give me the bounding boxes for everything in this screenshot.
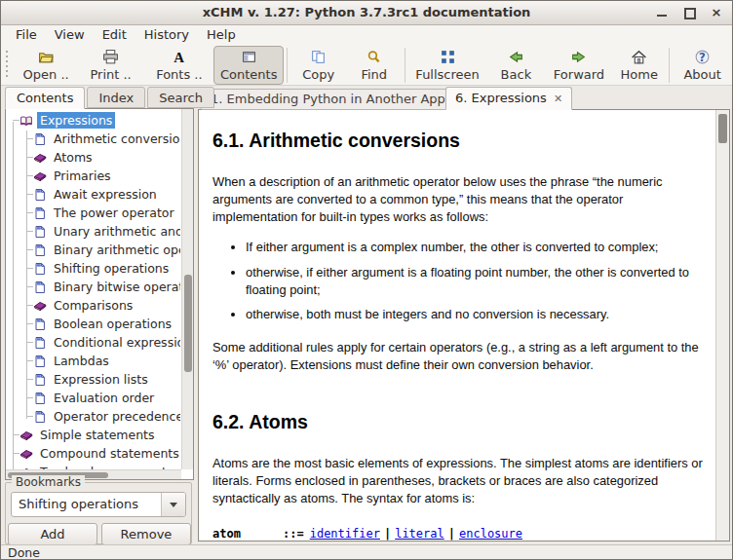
status-text: Done	[8, 545, 40, 560]
tree-item-label: Arithmetic conversions	[51, 131, 180, 147]
about-button-label: About	[683, 67, 720, 82]
tree-item-binary-arithmetic[interactable]: Binary arithmetic operation	[6, 241, 180, 259]
copy-button-label: Copy	[302, 67, 334, 82]
page-icon	[33, 132, 47, 146]
open-book-icon	[19, 114, 33, 128]
paragraph: When a description of an arithmetic oper…	[212, 173, 708, 226]
fonts-icon	[171, 49, 187, 65]
contents-toggle-button[interactable]: Contents	[213, 46, 284, 85]
fonts-button[interactable]: Fonts ..	[145, 46, 213, 85]
tree-item-simple-statements[interactable]: Simple statements	[6, 426, 180, 444]
title-bar[interactable]: xCHM v. 1.27: Python 3.7.3rc1 documentat…	[1, 1, 732, 25]
content-vertical-scrollbar[interactable]	[715, 110, 729, 541]
toolbar: Open .. Print .. Fonts .. Contents Copy …	[1, 45, 732, 86]
toolbar-grip[interactable]	[5, 51, 10, 80]
document-tab-expressions[interactable]: 6. Expressions✕	[445, 87, 572, 110]
tree-item-label: Expression lists	[51, 371, 151, 388]
bookmarks-dropdown[interactable]: Shifting operations	[11, 492, 186, 517]
tree-item-power-operator[interactable]: The power operator	[6, 204, 180, 222]
tab-close-icon[interactable]: ✕	[554, 93, 562, 105]
close-icon[interactable]: ×	[711, 7, 722, 19]
tree-item-evaluation-order[interactable]: Evaluation order	[6, 389, 180, 407]
page-icon	[33, 317, 47, 331]
tree-item-label: Expressions	[37, 112, 115, 129]
tree-item-expressions[interactable]: Expressions	[6, 111, 180, 130]
home-icon	[631, 49, 647, 65]
tree-item-label: Comparisons	[51, 297, 135, 314]
menu-help[interactable]: Help	[198, 25, 245, 45]
home-button-label: Home	[621, 67, 658, 82]
tree-item-primaries[interactable]: Primaries	[6, 167, 180, 185]
tree-item-operator-precedence[interactable]: Operator precedence	[6, 407, 180, 426]
tree-item-label: Conditional expressions	[51, 334, 180, 351]
link-identifier[interactable]: identifier	[310, 527, 380, 541]
bookmarks-dropdown-button[interactable]	[161, 493, 185, 516]
copy-button[interactable]: Copy	[290, 46, 346, 85]
minimize-icon[interactable]	[656, 7, 668, 19]
tree-item-label: Shifting operations	[51, 260, 172, 277]
forward-button[interactable]: Forward	[546, 46, 612, 85]
find-button-label: Find	[361, 67, 387, 82]
copy-icon	[310, 49, 327, 65]
status-bar: Done	[1, 544, 732, 560]
about-icon	[694, 49, 711, 65]
grammar-op: ::=	[283, 527, 304, 541]
grammar-line: atom::=identifier|literal|enclosure	[212, 525, 708, 541]
bullet-item: otherwise, if either argument is a float…	[246, 264, 708, 299]
remove-bookmark-button[interactable]: Remove	[101, 523, 191, 545]
tree-item-conditional-expressions[interactable]: Conditional expressions	[6, 333, 180, 352]
home-button[interactable]: Home	[612, 46, 666, 85]
tree-item-shifting-operations[interactable]: Shifting operations	[6, 259, 180, 278]
tree-item-label: The power operator	[51, 205, 177, 221]
tree-item-label: Lambdas	[51, 353, 112, 369]
tree-item-unary-arithmetic[interactable]: Unary arithmetic and bitwis	[6, 222, 180, 241]
paragraph: Atoms are the most basic elements of exp…	[212, 455, 708, 507]
tree-rows: Expressions Arithmetic conversions Atoms…	[6, 111, 180, 469]
back-button-label: Back	[501, 67, 532, 82]
tree-item-top-level-components[interactable]: Top-level components	[6, 463, 180, 469]
page-icon	[33, 262, 47, 276]
tree-item-label: Boolean operations	[51, 316, 174, 332]
bullet-item: If either argument is a complex number, …	[246, 239, 708, 256]
open-button[interactable]: Open ..	[16, 46, 77, 85]
menu-bar: File View Edit History Help	[1, 25, 732, 45]
menu-view[interactable]: View	[46, 25, 94, 45]
tree-item-binary-bitwise[interactable]: Binary bitwise operations	[6, 278, 180, 296]
tree-item-boolean-operations[interactable]: Boolean operations	[6, 315, 180, 333]
tab-contents[interactable]: Contents	[5, 87, 85, 109]
tree-item-lambdas[interactable]: Lambdas	[6, 352, 180, 370]
back-button[interactable]: Back	[486, 46, 546, 85]
fonts-button-label: Fonts ..	[156, 67, 202, 82]
tree-vertical-scrollbar[interactable]	[181, 109, 193, 469]
tab-search[interactable]: Search	[147, 87, 214, 108]
tree-item-atoms[interactable]: Atoms	[6, 148, 180, 167]
tree-item-label: Compound statements	[37, 445, 180, 462]
tree-item-compound-statements[interactable]: Compound statements	[6, 444, 180, 463]
open-folder-icon	[38, 49, 55, 65]
menu-edit[interactable]: Edit	[94, 25, 135, 45]
print-button[interactable]: Print ..	[76, 46, 144, 85]
menu-history[interactable]: History	[135, 25, 198, 45]
page-icon	[33, 206, 47, 220]
bullet-list: If either argument is a complex number, …	[212, 239, 708, 322]
tree-vertical-scrollbar-thumb[interactable]	[184, 275, 192, 372]
open-button-label: Open ..	[23, 67, 69, 82]
tree-item-arithmetic-conversions[interactable]: Arithmetic conversions	[6, 130, 180, 148]
grammar-sep: |	[384, 527, 391, 541]
link-literal[interactable]: literal	[395, 527, 444, 541]
tree-item-label: Unary arithmetic and bitwis	[51, 223, 180, 240]
find-button[interactable]: Find	[346, 46, 402, 85]
page-icon	[33, 410, 47, 424]
link-enclosure[interactable]: enclosure	[459, 527, 522, 541]
tree-item-await-expression[interactable]: Await expression	[6, 185, 180, 204]
tab-index[interactable]: Index	[87, 87, 145, 108]
add-bookmark-button[interactable]: Add	[8, 523, 97, 545]
maximize-icon[interactable]	[683, 7, 695, 19]
about-button[interactable]: About	[673, 46, 732, 85]
tree-item-comparisons[interactable]: Comparisons	[6, 296, 180, 315]
fullscreen-button[interactable]: Fullscreen	[408, 46, 486, 85]
menu-file[interactable]: File	[7, 25, 46, 45]
tree-item-expression-lists[interactable]: Expression lists	[6, 370, 180, 389]
content-vertical-scrollbar-thumb[interactable]	[718, 114, 727, 143]
page-icon	[33, 355, 47, 368]
